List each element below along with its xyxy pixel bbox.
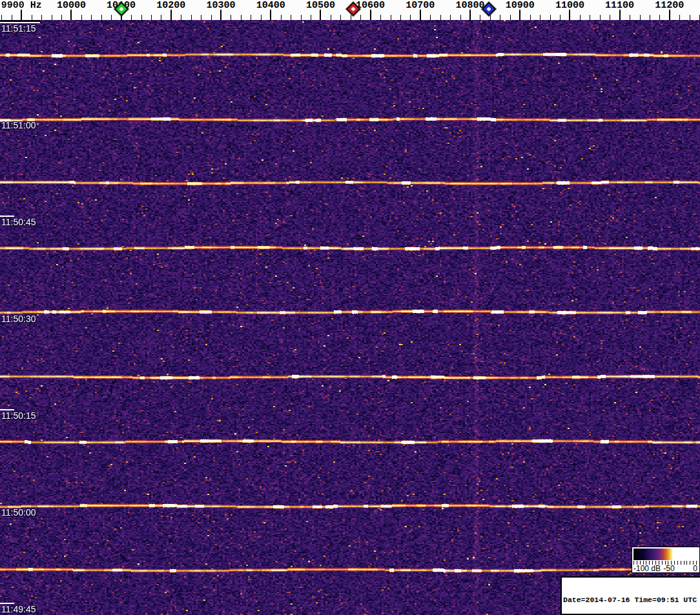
freq-tick <box>540 15 540 20</box>
freq-label: 10800 <box>455 0 484 11</box>
freq-tick <box>270 10 271 20</box>
freq-tick <box>351 15 351 20</box>
freq-label: 11200 <box>655 0 684 11</box>
marker-center-dot <box>119 6 123 11</box>
freq-tick <box>569 10 570 20</box>
freq-tick <box>251 15 251 20</box>
freq-tick <box>151 15 152 20</box>
freq-label: 10000 <box>57 0 86 11</box>
freq-label: 10400 <box>256 0 285 11</box>
freq-tick <box>490 15 491 20</box>
freq-tick <box>61 15 62 20</box>
time-label: 11:50:30 <box>1 314 36 324</box>
freq-tick <box>241 15 242 20</box>
freq-tick <box>32 15 32 20</box>
freq-tick <box>590 15 590 20</box>
freq-tick <box>211 15 212 20</box>
freq-tick <box>301 15 302 20</box>
colorbar-gradient <box>633 549 697 560</box>
freq-tick <box>320 10 321 20</box>
freq-label: 10500 <box>306 0 335 11</box>
freq-tick <box>440 15 441 20</box>
freq-tick <box>291 15 291 20</box>
colorbar-mid-label: -50 <box>663 565 674 572</box>
freq-tick <box>400 15 401 20</box>
freq-tick <box>170 10 172 20</box>
freq-tick <box>41 15 42 20</box>
legend-tick <box>690 561 690 565</box>
freq-tick <box>141 15 142 20</box>
freq-tick <box>380 15 381 20</box>
freq-label: 10900 <box>506 0 535 11</box>
freq-label: 11100 <box>605 0 634 11</box>
freq-tick <box>131 15 132 20</box>
freq-tick <box>201 15 201 20</box>
freq-tick <box>610 15 610 20</box>
freq-tick <box>450 15 451 20</box>
freq-tick <box>101 15 102 20</box>
info-date-time: Date=2014-07-16 Time=09:51 UTC <box>563 596 699 605</box>
freq-tick <box>650 15 650 20</box>
freq-tick <box>480 15 480 20</box>
freq-label: 11000 <box>555 0 584 11</box>
frequency-ruler[interactable]: 9900 Hz100001010010200103001040010500106… <box>0 0 700 20</box>
freq-tick <box>331 15 331 20</box>
freq-tick <box>560 15 561 20</box>
legend-tick <box>684 561 685 565</box>
freq-tick <box>70 10 72 20</box>
freq-label: 10300 <box>206 0 235 11</box>
time-label: 11:51:15 <box>1 23 36 34</box>
freq-tick <box>530 15 531 20</box>
freq-tick <box>410 15 411 20</box>
time-label: 11:49:45 <box>1 604 36 614</box>
freq-label: 10700 <box>406 0 435 11</box>
freq-tick <box>220 10 221 20</box>
legend-tick <box>662 561 663 565</box>
time-label: 11:51:00 <box>1 120 36 130</box>
legend-tick <box>677 561 678 565</box>
colorbar-max-label: 0 <box>693 565 697 572</box>
colorbar-min-label: -100 dB <box>633 565 661 572</box>
freq-tick <box>340 15 341 20</box>
freq-tick <box>690 15 690 20</box>
freq-tick <box>52 15 52 20</box>
freq-tick <box>81 15 82 20</box>
observation-info-box: Date=2014-07-16 Time=09:51 UTC Freq=143 … <box>561 576 700 615</box>
freq-tick <box>311 15 311 20</box>
marker-center-dot <box>351 6 355 11</box>
waterfall-screen: 9900 Hz100001010010200103001040010500106… <box>0 0 700 615</box>
freq-tick <box>420 10 421 20</box>
freq-tick <box>460 15 461 20</box>
freq-tick <box>619 10 621 20</box>
time-label: 11:50:45 <box>1 217 36 227</box>
time-label: 11:50:00 <box>1 507 36 518</box>
freq-tick <box>370 10 371 20</box>
freq-tick <box>669 10 670 20</box>
freq-tick <box>91 15 92 20</box>
freq-tick <box>1 15 2 20</box>
freq-tick <box>600 15 601 20</box>
freq-tick <box>231 15 231 20</box>
marker-center-dot <box>487 6 491 11</box>
freq-tick <box>500 15 500 20</box>
freq-tick <box>580 15 581 20</box>
freq-tick <box>510 15 511 20</box>
freq-tick <box>550 15 551 20</box>
freq-tick <box>281 15 282 20</box>
freq-tick <box>679 15 680 20</box>
freq-tick <box>519 10 520 20</box>
freq-tick <box>391 15 391 20</box>
freq-tick <box>640 15 641 20</box>
freq-tick <box>261 15 262 20</box>
freq-tick <box>630 15 630 20</box>
waterfall-display[interactable] <box>0 20 700 615</box>
freq-tick <box>12 15 12 20</box>
freq-label: 9900 Hz <box>1 0 42 11</box>
freq-tick <box>430 15 431 20</box>
freq-tick <box>21 10 22 20</box>
legend-tick <box>681 561 681 565</box>
freq-tick <box>360 15 361 20</box>
legend-tick <box>686 561 687 565</box>
freq-tick <box>111 15 112 20</box>
intensity-colorbar: -100 dB -50 0 <box>632 547 700 573</box>
